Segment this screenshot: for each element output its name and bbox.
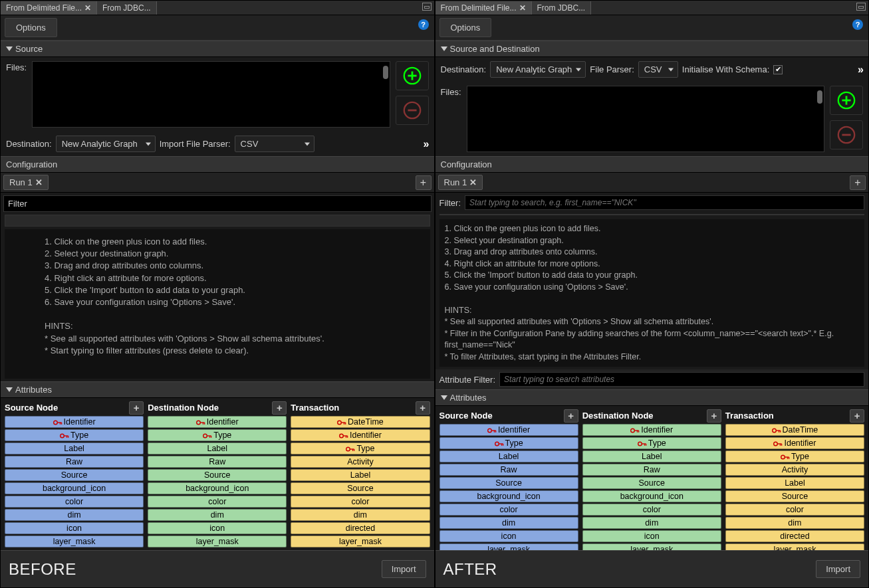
remove-file-button[interactable]	[830, 120, 863, 149]
attribute-pill[interactable]: background_icon	[582, 490, 721, 502]
options-button[interactable]: Options	[439, 18, 492, 37]
attribute-pill[interactable]: Label	[291, 469, 430, 481]
tab-jdbc[interactable]: From JDBC...	[97, 1, 157, 15]
attribute-pill[interactable]: Label	[439, 450, 578, 462]
attribute-pill[interactable]: color	[5, 496, 144, 508]
close-icon[interactable]: ✕	[469, 177, 477, 187]
init-schema-checkbox[interactable]: ✔	[773, 65, 783, 74]
source-dest-header[interactable]: Source and Destination	[435, 41, 869, 57]
attribute-pill[interactable]: color	[148, 496, 287, 508]
attribute-pill[interactable]: Identifier	[148, 416, 287, 428]
attribute-pill[interactable]: dim	[725, 517, 864, 529]
add-attribute-button[interactable]: +	[850, 409, 864, 423]
attribute-pill[interactable]: layer_mask	[439, 543, 578, 550]
restore-window-icon[interactable]	[422, 3, 432, 11]
attribute-filter-input[interactable]	[499, 372, 864, 387]
attribute-pill[interactable]: Identifier	[5, 416, 144, 428]
attribute-pill[interactable]: icon	[5, 522, 144, 534]
close-icon[interactable]: ✕	[35, 177, 43, 187]
parser-combo[interactable]: CSV	[235, 136, 314, 152]
attribute-pill[interactable]: dim	[439, 517, 578, 529]
import-button[interactable]: Import	[816, 560, 860, 578]
destination-combo[interactable]: New Analytic Graph	[490, 61, 586, 78]
attribute-pill[interactable]: layer_mask	[148, 536, 287, 547]
attribute-pill[interactable]: Type	[439, 437, 578, 449]
close-icon[interactable]: ✕	[84, 3, 91, 13]
remove-file-button[interactable]	[396, 96, 429, 125]
attribute-pill[interactable]: Activity	[725, 464, 864, 476]
attribute-pill[interactable]: directed	[291, 522, 430, 534]
attribute-pill[interactable]: dim	[5, 509, 144, 521]
attribute-pill[interactable]: Identifier	[725, 437, 864, 449]
attribute-pill[interactable]: icon	[582, 530, 721, 542]
import-button[interactable]: Import	[382, 560, 426, 578]
attribute-pill[interactable]: directed	[725, 530, 864, 542]
expand-icon[interactable]: »	[858, 64, 862, 76]
attribute-pill[interactable]: color	[582, 504, 721, 516]
attribute-pill[interactable]: DateTime	[725, 424, 864, 436]
attribute-pill[interactable]: Identifier	[291, 429, 430, 441]
attribute-pill[interactable]: Label	[582, 450, 721, 462]
attribute-pill[interactable]: layer_mask	[5, 536, 144, 547]
filter-body[interactable]	[5, 215, 430, 227]
attribute-pill[interactable]: Type	[725, 450, 864, 462]
attribute-pill[interactable]: Raw	[148, 456, 287, 468]
attribute-pill[interactable]: background_icon	[5, 482, 144, 494]
run-tab[interactable]: Run 1✕	[438, 175, 483, 190]
scroll-thumb[interactable]	[817, 90, 822, 104]
add-file-button[interactable]	[830, 86, 863, 115]
attribute-pill[interactable]: Identifier	[439, 424, 578, 436]
attribute-pill[interactable]: Raw	[582, 464, 721, 476]
attribute-pill[interactable]: Type	[148, 429, 287, 441]
tab-jdbc[interactable]: From JDBC...	[532, 1, 592, 15]
attribute-pill[interactable]: background_icon	[148, 482, 287, 494]
attribute-pill[interactable]: Raw	[439, 464, 578, 476]
options-button[interactable]: Options	[5, 18, 57, 37]
attribute-pill[interactable]: icon	[148, 522, 287, 534]
attribute-pill[interactable]: color	[439, 504, 578, 516]
attributes-header[interactable]: Attributes	[435, 389, 869, 406]
attribute-pill[interactable]: layer_mask	[725, 543, 864, 550]
configuration-header[interactable]: Configuration	[1, 156, 434, 173]
attribute-pill[interactable]: Identifier	[582, 424, 721, 436]
attribute-pill[interactable]: Source	[291, 482, 430, 494]
parser-combo[interactable]: CSV	[638, 61, 678, 78]
attribute-pill[interactable]: dim	[148, 509, 287, 521]
attribute-pill[interactable]: dim	[291, 509, 430, 521]
attribute-pill[interactable]: Source	[582, 477, 721, 489]
attribute-pill[interactable]: layer_mask	[582, 543, 721, 550]
attribute-pill[interactable]: Label	[148, 442, 287, 454]
attribute-pill[interactable]: Activity	[291, 456, 430, 468]
destination-combo[interactable]: New Analytic Graph	[56, 136, 156, 152]
attribute-pill[interactable]: dim	[582, 517, 721, 529]
add-attribute-button[interactable]: +	[416, 401, 430, 415]
help-icon[interactable]: ?	[418, 19, 429, 30]
attribute-pill[interactable]: color	[291, 496, 430, 508]
add-file-button[interactable]	[396, 61, 429, 90]
filter-body[interactable]	[439, 214, 865, 215]
add-run-button[interactable]: +	[416, 175, 432, 190]
close-icon[interactable]: ✕	[519, 3, 526, 13]
attribute-pill[interactable]: Label	[725, 477, 864, 489]
attribute-pill[interactable]: background_icon	[439, 490, 578, 502]
add-attribute-button[interactable]: +	[129, 401, 144, 415]
attributes-header[interactable]: Attributes	[1, 381, 434, 398]
run-tab[interactable]: Run 1✕	[3, 175, 49, 190]
source-header[interactable]: Source	[1, 41, 434, 57]
add-attribute-button[interactable]: +	[707, 409, 721, 423]
tab-delimited[interactable]: From Delimited File...✕	[1, 1, 97, 15]
attribute-pill[interactable]: icon	[439, 530, 578, 542]
add-run-button[interactable]: +	[850, 175, 866, 190]
attribute-pill[interactable]: Source	[148, 469, 287, 481]
add-attribute-button[interactable]: +	[272, 401, 287, 415]
attribute-pill[interactable]: layer_mask	[291, 536, 430, 547]
attribute-pill[interactable]: Source	[439, 477, 578, 489]
filter-header-cell[interactable]: Filter	[3, 195, 432, 212]
attribute-pill[interactable]: Source	[725, 490, 864, 502]
tab-delimited[interactable]: From Delimited File...✕	[435, 1, 532, 15]
attribute-pill[interactable]: color	[725, 504, 864, 516]
files-list[interactable]	[32, 61, 390, 128]
attribute-pill[interactable]: Type	[5, 429, 144, 441]
attribute-pill[interactable]: Type	[582, 437, 721, 449]
files-list[interactable]	[467, 86, 824, 152]
